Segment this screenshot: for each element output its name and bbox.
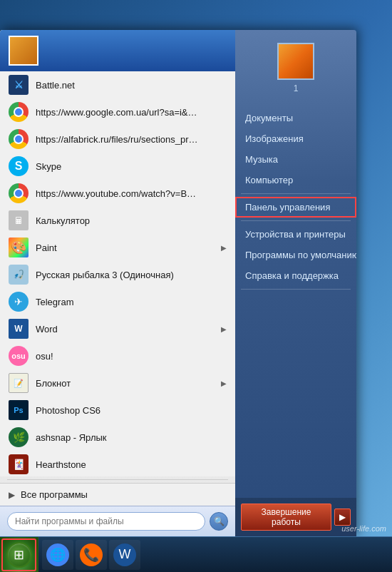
taskbar-icon-word: W	[113, 543, 136, 566]
taskbar: ⊞ 🌐📞W	[0, 536, 392, 572]
shutdown-button[interactable]: Завершение работы	[241, 504, 331, 531]
app-name-ashsnap: ashsnap - Ярлык	[36, 432, 107, 443]
start-button[interactable]: ⊞	[0, 537, 38, 573]
right-menu-default-programs[interactable]: Программы по умолчанию	[235, 245, 356, 265]
search-button[interactable]: 🔍	[210, 512, 228, 531]
app-name-skype: Skype	[36, 161, 61, 172]
app-item-skype[interactable]: SSkype	[0, 153, 235, 180]
app-name-chrome1: https://www.google.com.ua/url?sa=i&rct..…	[36, 107, 200, 118]
wallpaper-thumbnail	[277, 43, 314, 80]
app-icon-chrome1	[9, 102, 29, 122]
app-item-word[interactable]: WWord▶	[0, 315, 235, 342]
user-number: 1	[294, 83, 299, 93]
app-item-battlenet[interactable]: ⚔Battle.net	[0, 71, 235, 98]
app-name-hearthstone: Hearthstone	[36, 459, 86, 470]
divider	[7, 479, 228, 480]
app-arrow-word: ▶	[221, 325, 227, 333]
app-name-chrome3: https://www.youtube.com/watch?v=Ba6...	[36, 188, 200, 199]
all-programs-button[interactable]: ▶ Все программы	[0, 483, 235, 506]
search-icon: 🔍	[214, 516, 225, 526]
right-divider-after-help	[241, 289, 351, 290]
app-icon-skype: S	[9, 156, 29, 176]
shutdown-arrow-button[interactable]: ▶	[334, 509, 351, 526]
right-top: 1	[235, 37, 356, 108]
start-menu: ⚔Battle.nethttps://www.google.com.ua/url…	[0, 30, 356, 536]
avatar	[9, 36, 38, 66]
app-icon-paint: 🎨	[9, 238, 29, 257]
app-arrow-paint: ▶	[221, 244, 227, 252]
all-programs-arrow-icon: ▶	[9, 490, 15, 500]
right-menu-devices[interactable]: Устройства и принтеры	[235, 224, 356, 245]
app-icon-fishing: 🎣	[9, 265, 29, 285]
app-name-telegram: Telegram	[36, 297, 73, 307]
desktop: ⚔Battle.nethttps://www.google.com.ua/url…	[0, 0, 392, 572]
app-icon-chrome2	[9, 129, 29, 149]
taskbar-items: 🌐📞W	[38, 540, 392, 570]
app-item-chrome2[interactable]: https://alfabrick.ru/files/ru/sections_p…	[0, 126, 235, 153]
all-programs-label: Все программы	[21, 489, 88, 500]
app-item-chrome1[interactable]: https://www.google.com.ua/url?sa=i&rct..…	[0, 98, 235, 126]
taskbar-item-chrome[interactable]: 🌐	[42, 540, 73, 570]
app-name-notepad: Блокнот	[36, 378, 71, 389]
right-menu-control-panel[interactable]: Панель управления	[235, 197, 356, 218]
app-name-fishing: Русская рыбалка 3 (Одиночная)	[36, 270, 174, 280]
app-icon-notepad: 📝	[9, 373, 29, 393]
app-arrow-notepad: ▶	[221, 379, 227, 387]
app-icon-photoshop: Ps	[9, 400, 29, 420]
app-name-chrome2: https://alfabrick.ru/files/ru/sections_p…	[36, 134, 200, 145]
app-icon-battlenet: ⚔	[9, 75, 29, 95]
app-name-osu: osu!	[36, 351, 53, 362]
right-menu-music[interactable]: Музыка	[235, 149, 356, 170]
app-name-photoshop: Photoshop CS6	[36, 405, 100, 416]
user-header	[0, 30, 235, 71]
taskbar-item-word[interactable]: W	[109, 540, 140, 570]
right-menu: ДокументыИзображенияМузыкаКомпьютерПанел…	[235, 108, 356, 292]
apps-list: ⚔Battle.nethttps://www.google.com.ua/url…	[0, 71, 235, 476]
app-icon-word: W	[9, 319, 29, 339]
app-name-word: Word	[36, 324, 58, 334]
app-item-fishing[interactable]: 🎣Русская рыбалка 3 (Одиночная)	[0, 261, 235, 288]
app-icon-calc: 🖩	[9, 210, 29, 230]
app-name-calc: Калькулятор	[36, 215, 90, 226]
app-name-battlenet: Battle.net	[36, 80, 75, 91]
right-menu-images[interactable]: Изображения	[235, 128, 356, 149]
app-item-hearthstone[interactable]: 🃏Hearthstone	[0, 451, 235, 476]
watermark: user-life.com	[341, 524, 386, 533]
app-item-notepad[interactable]: 📝Блокнот▶	[0, 369, 235, 397]
right-divider-after-control-panel	[241, 220, 351, 221]
search-input[interactable]	[7, 512, 205, 531]
app-item-ashsnap[interactable]: 🌿ashsnap - Ярлык	[0, 424, 235, 451]
app-icon-chrome3	[9, 183, 29, 203]
taskbar-item-app2[interactable]: 📞	[76, 540, 107, 570]
windows-orb: ⊞	[6, 542, 32, 568]
app-item-photoshop[interactable]: PsPhotoshop CS6	[0, 397, 235, 424]
app-item-telegram[interactable]: ✈Telegram	[0, 288, 235, 315]
app-item-osu[interactable]: osuosu!	[0, 342, 235, 369]
app-name-paint: Paint	[36, 242, 57, 253]
shutdown-area: Завершение работы ▶	[235, 498, 356, 536]
app-icon-ashsnap: 🌿	[9, 427, 29, 447]
app-icon-hearthstone: 🃏	[9, 454, 29, 474]
search-bar: 🔍	[0, 506, 235, 536]
right-divider-before-panel	[241, 193, 351, 194]
app-item-paint[interactable]: 🎨Paint▶	[0, 234, 235, 261]
left-panel: ⚔Battle.nethttps://www.google.com.ua/url…	[0, 30, 235, 536]
right-panel: 1 ДокументыИзображенияМузыкаКомпьютерПан…	[235, 30, 356, 536]
app-icon-telegram: ✈	[9, 292, 29, 312]
taskbar-icon-chrome: 🌐	[46, 543, 69, 566]
taskbar-icon-app2: 📞	[80, 543, 103, 566]
app-icon-osu: osu	[9, 346, 29, 366]
right-menu-computer[interactable]: Компьютер	[235, 170, 356, 190]
app-item-calc[interactable]: 🖩Калькулятор	[0, 207, 235, 234]
windows-logo-icon: ⊞	[14, 547, 24, 563]
right-menu-help[interactable]: Справка и поддержка	[235, 265, 356, 286]
app-item-chrome3[interactable]: https://www.youtube.com/watch?v=Ba6...	[0, 180, 235, 207]
right-menu-documents[interactable]: Документы	[235, 108, 356, 128]
